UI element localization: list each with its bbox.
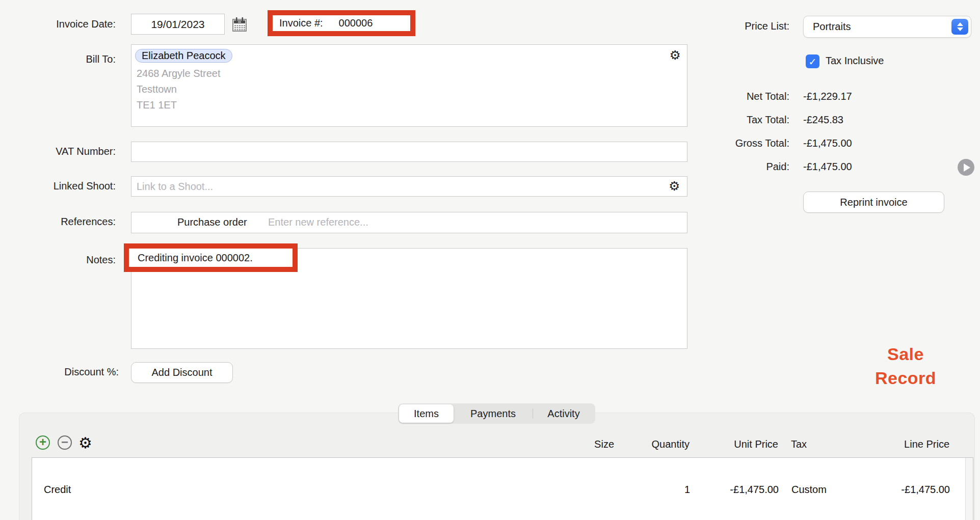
row-size (553, 482, 615, 497)
address-line: 2468 Argyle Street (137, 66, 687, 81)
reprint-invoice-button[interactable]: Reprint invoice (803, 191, 944, 213)
address-line: Testtown (137, 81, 687, 97)
row-tax: Custom (791, 482, 853, 497)
vat-number-input[interactable] (131, 142, 687, 162)
vat-number-label: VAT Number: (0, 146, 116, 157)
items-table: Credit 1 -£1,475.00 Custom -£1,475.00 (32, 457, 973, 520)
net-total-label: Net Total: (657, 91, 789, 102)
sale-record-annotation: Sale Record (844, 342, 967, 390)
row-line-price: -£1,475.00 (879, 482, 950, 497)
tab-items-label: Items (414, 408, 439, 420)
column-header-unit-price[interactable]: Unit Price (717, 439, 778, 450)
table-scrollbar[interactable] (965, 458, 973, 520)
stepper-icon (951, 19, 968, 35)
contact-token[interactable]: Elizabeth Peacock (135, 49, 232, 63)
calendar-icon[interactable] (231, 17, 248, 35)
row-description: Credit (44, 482, 71, 497)
add-line-item-button[interactable]: + (36, 435, 50, 450)
plus-icon: + (39, 436, 46, 448)
column-header-size[interactable]: Size (553, 439, 614, 450)
invoice-number-highlight: Invoice #: 000006 (268, 10, 415, 36)
add-discount-button[interactable]: Add Discount (131, 362, 233, 383)
references-label: References: (0, 216, 116, 228)
line-items-gear-button[interactable]: ⚙ (78, 434, 92, 452)
checkmark-icon: ✓ (809, 56, 817, 67)
reprint-invoice-label: Reprint invoice (840, 197, 907, 208)
tax-total-label: Tax Total: (657, 114, 789, 126)
invoice-number-value: 000006 (323, 17, 373, 29)
tab-payments[interactable]: Payments (454, 404, 533, 423)
tab-items[interactable]: Items (399, 404, 454, 423)
row-unit-price: -£1,475.00 (718, 482, 779, 497)
invoice-record-window: Invoice Date: Bill To: VAT Number: Linke… (0, 0, 980, 520)
tab-activity-label: Activity (547, 408, 579, 420)
row-quantity: 1 (629, 482, 690, 497)
notes-label: Notes: (0, 254, 116, 266)
linked-shoot-label: Linked Shoot: (0, 180, 116, 192)
tax-total-value: -£245.83 (803, 114, 843, 126)
column-header-tax[interactable]: Tax (791, 439, 842, 450)
sale-record-line2: Record (844, 366, 967, 390)
remove-line-item-button[interactable]: − (58, 435, 72, 450)
discount-label: Discount %: (0, 366, 119, 378)
invoice-date-input[interactable] (131, 14, 225, 35)
tax-inclusive-checkbox[interactable]: ✓ (806, 54, 819, 68)
minus-icon: − (61, 436, 68, 448)
paid-label: Paid: (657, 161, 789, 173)
references-box[interactable]: Purchase order Enter new reference... (131, 212, 687, 233)
linked-shoot-input[interactable] (131, 176, 687, 197)
sale-record-line1: Sale (844, 342, 967, 366)
gross-total-label: Gross Total: (657, 138, 789, 149)
column-header-line-price[interactable]: Line Price (878, 439, 949, 450)
net-total-value: -£1,229.17 (803, 91, 852, 102)
reference-placeholder[interactable]: Enter new reference... (268, 216, 368, 228)
price-list-label: Price List: (657, 20, 789, 32)
gross-total-value: -£1,475.00 (803, 138, 852, 149)
address-line: TE1 1ET (137, 97, 687, 113)
price-list-select[interactable]: Portraits (803, 16, 971, 38)
bill-to-gear-icon[interactable]: ⚙ (670, 49, 681, 62)
bill-to-box[interactable]: Elizabeth Peacock 2468 Argyle Street Tes… (131, 44, 687, 127)
add-discount-label: Add Discount (152, 367, 213, 378)
reference-type[interactable]: Purchase order (177, 216, 247, 228)
column-header-quantity[interactable]: Quantity (628, 439, 690, 450)
bill-to-label: Bill To: (0, 53, 116, 65)
play-icon (964, 163, 970, 172)
notes-value: Crediting invoice 000002. (129, 252, 253, 264)
tax-inclusive-label: Tax Inclusive (826, 55, 884, 67)
linked-shoot-gear-icon[interactable]: ⚙ (669, 180, 680, 193)
tab-payments-label: Payments (470, 408, 516, 420)
invoice-date-label: Invoice Date: (0, 18, 116, 30)
price-list-value: Portraits (804, 21, 851, 33)
tab-activity[interactable]: Activity (533, 404, 594, 423)
paid-value: -£1,475.00 (803, 161, 852, 173)
tab-bar: Items Payments Activity (398, 403, 595, 424)
invoice-number-label: Invoice #: (273, 17, 323, 29)
gear-icon: ⚙ (78, 434, 92, 452)
play-button[interactable] (958, 159, 974, 176)
notes-highlight: Crediting invoice 000002. (124, 243, 298, 272)
